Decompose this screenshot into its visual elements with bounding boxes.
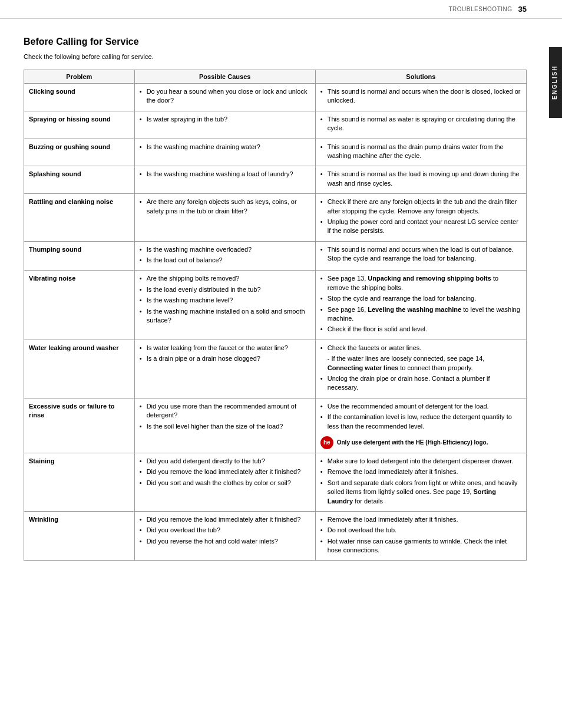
table-row: Excessive suds or failure to rinse •Did … [24,398,527,453]
table-row: Rattling and clanking noise •Are there a… [24,194,527,242]
solutions-cell: •This sound is normal as the load is mov… [315,166,526,194]
problem-cell: Clicking sound [24,84,135,111]
main-content: Before Calling for Service Check the fol… [0,19,562,578]
solutions-cell: •This sound is normal as the drain pump … [315,139,526,166]
solutions-cell: •Remove the load immediately after it fi… [315,511,526,561]
section-label: TROUBLESHOOTING [448,6,512,12]
col-header-solutions: Solutions [315,70,526,84]
he-text: Only use detergent with the HE (High-Eff… [337,439,488,447]
causes-cell: •Is the washing machine draining water? [134,139,315,166]
table-row: Spraying or hissing sound •Is water spra… [24,111,527,139]
he-badge: he [320,436,333,449]
top-bar: TROUBLESHOOTING 35 [0,0,562,19]
solutions-cell: •This sound is normal and occurs when th… [315,241,526,271]
causes-cell: •Did you remove the load immediately aft… [134,511,315,561]
table-row: Buzzing or gushing sound •Is the washing… [24,139,527,166]
col-header-problem: Problem [24,70,135,84]
solutions-cell: •Check if there are any foreign objects … [315,194,526,242]
causes-cell: •Did you use more than the recommended a… [134,398,315,453]
solutions-cell: •See page 13, Unpacking and removing shi… [315,271,526,340]
problem-cell: Wrinkling [24,511,135,561]
solutions-cell: •Use the recommended amount of detergent… [315,398,526,453]
causes-cell: •Are there any foreign objects such as k… [134,194,315,242]
table-row: Thumping sound •Is the washing machine o… [24,241,527,271]
sidebar-english-label: ENGLISH [549,47,562,118]
causes-cell: •Is the washing machine washing a load o… [134,166,315,194]
causes-cell: •Do you hear a sound when you close or l… [134,84,315,111]
solutions-cell: •This sound is normal and occurs when th… [315,84,526,111]
problem-cell: Excessive suds or failure to rinse [24,398,135,453]
table-row: Vibrating noise •Are the shipping bolts … [24,271,527,340]
problem-cell: Rattling and clanking noise [24,194,135,242]
causes-cell: •Did you add detergent directly to the t… [134,453,315,511]
solutions-cell: •Check the faucets or water lines. - If … [315,340,526,398]
table-row: Wrinkling •Did you remove the load immed… [24,511,527,561]
table-row: Water leaking around washer •Is water le… [24,340,527,398]
solutions-cell: •This sound is normal as water is sprayi… [315,111,526,139]
subtitle: Check the following before calling for s… [24,53,527,60]
page-title: Before Calling for Service [24,37,527,47]
table-row: Splashing sound •Is the washing machine … [24,166,527,194]
he-logo: he Only use detergent with the HE (High-… [320,436,488,449]
table-row: Staining •Did you add detergent directly… [24,453,527,511]
causes-cell: •Is water leaking from the faucet or the… [134,340,315,398]
causes-cell: •Is water spraying in the tub? [134,111,315,139]
causes-cell: •Is the washing machine overloaded? •Is … [134,241,315,271]
problem-cell: Spraying or hissing sound [24,111,135,139]
page-number: 35 [518,5,527,14]
problem-cell: Thumping sound [24,241,135,271]
problem-cell: Buzzing or gushing sound [24,139,135,166]
col-header-causes: Possible Causes [134,70,315,84]
solutions-cell: •Make sure to load detergent into the de… [315,453,526,511]
troubleshooting-table: Problem Possible Causes Solutions Clicki… [24,70,527,561]
problem-cell: Vibrating noise [24,271,135,340]
problem-cell: Water leaking around washer [24,340,135,398]
problem-cell: Splashing sound [24,166,135,194]
causes-cell: •Are the shipping bolts removed? •Is the… [134,271,315,340]
table-row: Clicking sound •Do you hear a sound when… [24,84,527,111]
problem-cell: Staining [24,453,135,511]
